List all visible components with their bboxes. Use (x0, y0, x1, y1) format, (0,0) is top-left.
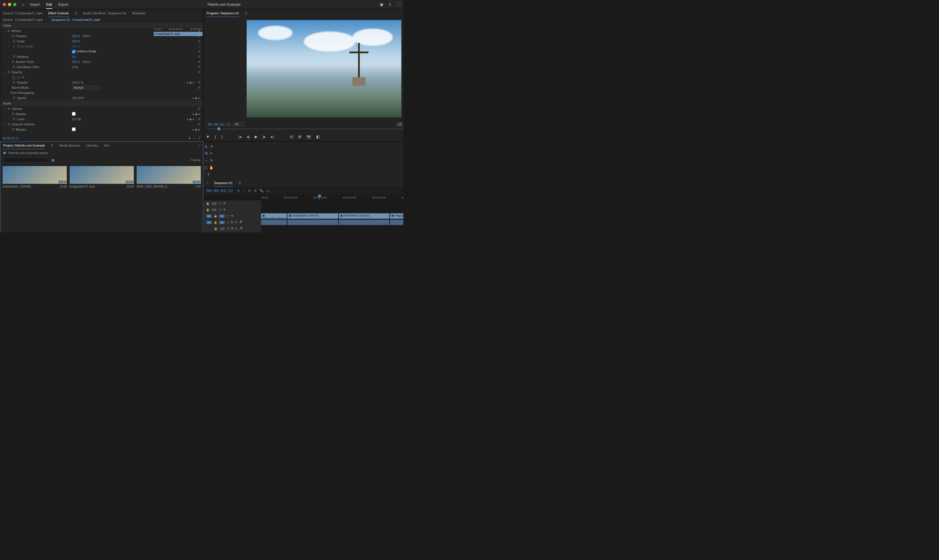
type-tool-icon[interactable]: T (208, 172, 210, 177)
voiceover-icon[interactable]: 🎤 (239, 221, 242, 224)
reset-icon[interactable]: ↺ (197, 60, 200, 64)
tab-audio-mixer[interactable]: Audio Clip Mixer: Sequence 01 (83, 10, 126, 17)
filter-bin-icon[interactable]: ◧ (52, 158, 55, 162)
reset-icon[interactable]: ↺ (197, 65, 200, 69)
effect-playhead-tc[interactable]: 00:00:02:11 (0, 135, 22, 141)
next-kf-icon[interactable]: ▸ (199, 112, 200, 116)
volume-effect[interactable]: Volume (11, 107, 22, 111)
fullscreen-icon[interactable]: ⛶ (397, 2, 401, 6)
project-item[interactable]: HD▯AdobeStock_1166400...12:00 (3, 166, 67, 232)
solo-icon[interactable]: S (235, 227, 237, 230)
anchor-y[interactable]: 180.0 (83, 60, 91, 63)
mini-clip[interactable]: CrossGuateTL.mp4 (154, 32, 202, 36)
next-kf-icon[interactable]: ▸ (199, 96, 200, 100)
sync-lock-icon[interactable]: ▢ (227, 221, 229, 224)
tab-libraries[interactable]: Libraries (86, 142, 98, 149)
mark-out-icon[interactable]: } (221, 135, 222, 139)
timeline-clip[interactable]: ▣ AntiguaArchTL.mp4 [V] (390, 213, 403, 219)
program-monitor[interactable] (204, 17, 403, 120)
reset-icon[interactable]: ↺ (197, 107, 200, 111)
tab-project[interactable]: Project: FileInfo.com Example (3, 142, 45, 149)
pen-tool-icon[interactable]: ✎ (210, 158, 213, 163)
timeline-clip[interactable]: ▣ CrossGuateTL.mp4 [V] (287, 213, 338, 219)
opacity-value[interactable]: 100.0 % (72, 81, 129, 84)
reset-icon[interactable]: ↺ (197, 40, 200, 43)
anchor-x[interactable]: 320.0 (72, 60, 80, 63)
prev-kf-icon[interactable]: ◂ (192, 96, 194, 100)
tab-sequence[interactable]: Sequence 01 (214, 180, 233, 187)
timeline-ruler[interactable]: :00:0000:00:01:0000:00:02:0000:00:03:000… (204, 195, 403, 200)
position-y[interactable]: 180.0 (83, 34, 91, 38)
track-body[interactable] (261, 200, 403, 206)
tab-media-browser[interactable]: Media Browser (59, 142, 80, 149)
mute-icon[interactable]: M (231, 221, 233, 224)
voiceover-icon[interactable]: 🎤 (239, 227, 242, 230)
track-body[interactable] (261, 232, 403, 232)
rotation-value[interactable]: 0.0 (72, 55, 129, 58)
sync-lock-icon[interactable]: ▢ (219, 208, 221, 211)
rect-mask-icon[interactable]: ▢ (17, 75, 20, 79)
mute-icon[interactable]: M (231, 227, 233, 230)
step-back-icon[interactable]: ◂| (247, 135, 250, 139)
stopwatch-icon[interactable]: Ö (13, 81, 15, 84)
lock-icon[interactable]: 🔓 (214, 214, 217, 218)
settings-icon[interactable]: ⚙ (254, 189, 257, 193)
tab-effect-controls[interactable]: Effect Controls (48, 10, 69, 17)
reset-icon[interactable]: ↺ (197, 117, 200, 121)
speed-value[interactable]: 100.00% (72, 96, 129, 100)
lift-icon[interactable]: ⊟ (290, 135, 293, 139)
prev-kf-icon[interactable]: ◂ (192, 128, 194, 131)
bypass-checkbox[interactable] (72, 128, 76, 131)
wrench-icon[interactable]: 🔧 (259, 189, 264, 193)
add-kf-icon[interactable]: ◆ (189, 117, 192, 121)
track-body[interactable]: ▣ A004_C002_09244▣ CrossGuateTL.mp4 [V]▣… (261, 213, 403, 219)
effect-mini-timeline[interactable]: :01:00 00:00:02:00 00:00:03:0 CrossGuate… (154, 28, 202, 36)
reset-icon[interactable]: ↺ (197, 123, 200, 126)
linked-sel-icon[interactable]: ∩ (243, 189, 245, 193)
stopwatch-icon[interactable]: Ö (12, 60, 14, 63)
prev-kf-icon[interactable]: ◂ (187, 117, 188, 121)
panel-menu-icon[interactable]: ☰ (74, 11, 77, 15)
export-frame-icon[interactable]: 📷 (307, 135, 311, 139)
toggle-output-icon[interactable]: 👁 (231, 214, 234, 218)
menu-edit[interactable]: Edit (46, 3, 52, 9)
bypass-checkbox[interactable] (72, 112, 76, 116)
comparison-icon[interactable]: ◧ (316, 135, 320, 139)
lock-icon[interactable]: 🔓 (214, 227, 217, 230)
stopwatch-icon[interactable]: Ö (13, 97, 15, 100)
sync-lock-icon[interactable]: ▢ (219, 202, 221, 205)
mark-in-icon[interactable]: { (215, 135, 216, 139)
filter-icon[interactable]: ▾ (189, 136, 191, 140)
add-kf-icon[interactable]: ◆ (195, 128, 197, 131)
stopwatch-icon[interactable]: Ö (13, 118, 15, 121)
stopwatch-icon[interactable]: Ö (12, 128, 14, 131)
razor-icon[interactable]: ✂ (210, 151, 213, 155)
tab-metadata[interactable]: Metadata (132, 10, 145, 17)
sync-lock-icon[interactable]: ▢ (227, 214, 229, 218)
lock-icon[interactable]: 🔓 (206, 208, 210, 211)
prev-kf-icon[interactable]: ◂ (192, 112, 194, 116)
stopwatch-icon[interactable]: Ö (13, 40, 15, 43)
close-icon[interactable] (3, 3, 6, 6)
track-body[interactable] (261, 226, 403, 232)
reset-icon[interactable]: ↺ (197, 71, 200, 74)
flicker-value[interactable]: 0.00 (72, 65, 129, 69)
menu-import[interactable]: Import (30, 3, 40, 6)
track-target[interactable]: V3 (211, 202, 217, 205)
timeline-clip[interactable]: ▣ DockAtitlanTL.mp4 [V] (339, 213, 389, 219)
add-kf-icon[interactable]: ◆ (195, 96, 197, 100)
scale-value[interactable]: 100.0 (72, 40, 129, 43)
track-target[interactable]: V1 (219, 214, 225, 218)
slip-icon[interactable]: ↔ (205, 158, 208, 163)
go-to-out-icon[interactable]: ▸| (271, 135, 274, 139)
next-kf-icon[interactable]: ▸ (199, 128, 200, 131)
channel-volume-effect[interactable]: Channel Volume (11, 123, 35, 126)
hand-tool-icon[interactable]: ✋ (209, 166, 214, 170)
prev-kf-icon[interactable]: ◂ (187, 81, 188, 85)
share-icon[interactable]: ⇪ (389, 2, 392, 6)
snap-icon[interactable]: ❄ (237, 189, 240, 193)
stopwatch-icon[interactable]: Ö (13, 55, 15, 58)
timeline-audio-clip[interactable] (339, 220, 389, 225)
overflow-icon[interactable]: » (199, 144, 200, 147)
go-to-in-icon[interactable]: |◂ (239, 135, 242, 139)
